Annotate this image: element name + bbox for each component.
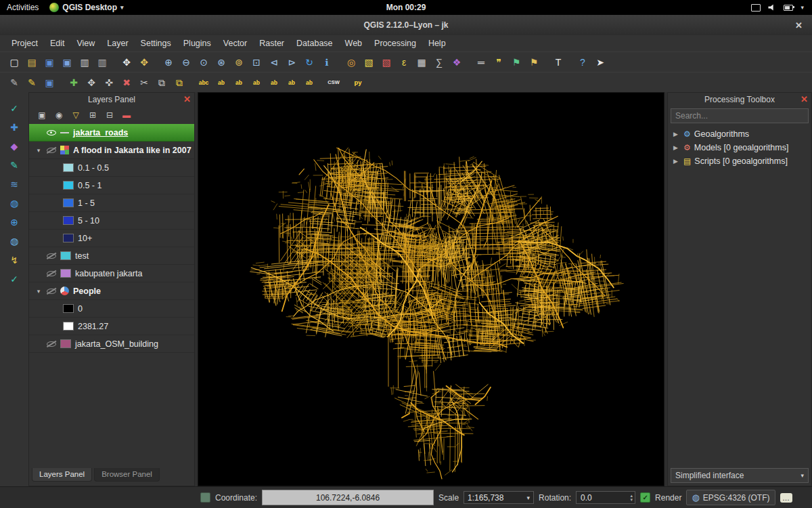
menu-layer[interactable]: Layer [101,37,134,50]
coordinate-input[interactable] [262,490,434,505]
open-attribute-table-icon[interactable]: ▦ [413,54,430,70]
new-composer-icon[interactable]: ▥ [76,54,93,70]
zoom-next-icon[interactable]: ⊳ [284,54,300,70]
label-icon[interactable]: abc [196,75,212,91]
messages-bubble-icon[interactable]: … [780,493,792,503]
cut-features-icon[interactable]: ✂ [136,75,152,91]
web-globe-icon[interactable]: ◍ [5,233,23,249]
composer-manager-icon[interactable]: ▥ [94,54,110,70]
add-group-icon[interactable]: ▣ [35,108,49,122]
collapse-all-icon[interactable]: ⊟ [103,108,116,122]
zoom-native-icon[interactable]: ⊙ [196,54,212,70]
expand-arrow-icon[interactable]: ▶ [673,131,680,137]
layer-row-test[interactable]: test [29,247,194,265]
label-show-hide-icon[interactable]: ab [301,75,317,91]
new-project-icon[interactable]: ▢ [6,54,22,70]
battery-icon[interactable] [784,5,793,11]
pan-map-icon[interactable]: ✥ [118,54,135,70]
paste-features-icon[interactable]: ⧉ [171,75,187,91]
menu-processing[interactable]: Processing [368,37,422,50]
python-console-icon[interactable]: py [350,75,366,91]
select-by-expression-icon[interactable]: ε [396,54,412,70]
spatial-query-icon[interactable]: ✚ [5,119,23,135]
remove-layer-icon[interactable]: ▬ [120,108,133,122]
toolbox-item-scripts[interactable]: ▶ ▤ Scripts [0 geoalgorithms] [668,154,811,168]
csw-search-icon[interactable]: CSW [325,75,342,91]
toggle-editing-icon[interactable]: ✎ [24,75,40,91]
node-tool-icon[interactable]: ✜ [101,75,117,91]
log-messages-icon[interactable] [200,492,210,503]
map-style-dock-icon[interactable]: ❖ [449,54,465,70]
toolbox-item-models[interactable]: ▶ ⚙ Models [0 geoalgorithms] [668,141,811,154]
toolbox-item-geoalgorithms[interactable]: ▶ ⚙ Geoalgorithms [668,127,811,141]
tab-browser-panel[interactable]: Browser Panel [94,468,160,482]
menu-raster[interactable]: Raster [253,37,290,50]
menu-edit[interactable]: Edit [44,37,71,50]
heatmap-tool-icon[interactable]: ✓ [5,100,23,116]
display-icon[interactable] [751,4,761,12]
topology-checker-icon[interactable]: ◆ [5,138,23,154]
label-pin-icon[interactable]: ab [213,75,229,91]
geometry-edit-icon[interactable]: ✎ [5,157,23,173]
interpolation-icon[interactable]: ≋ [5,176,23,192]
crs-status-button[interactable]: ◍ EPSG:4326 (OTF) [686,490,775,505]
close-panel-icon[interactable]: ✕ [800,94,808,104]
menu-vector[interactable]: Vector [217,37,253,50]
pan-to-selection-icon[interactable]: ✥ [136,54,152,70]
layer-hidden-eye-icon[interactable] [47,287,56,295]
zoom-in-icon[interactable]: ⊕ [160,54,177,70]
expand-arrow-icon[interactable]: ▶ [673,144,680,151]
filter-legend-icon[interactable]: ▽ [69,108,83,122]
map-canvas[interactable] [198,93,664,486]
activities-button[interactable]: Activities [7,3,39,12]
window-close-icon[interactable]: ✕ [795,20,803,30]
zoom-to-selection-icon[interactable]: ⊚ [231,54,247,70]
save-project-as-icon[interactable]: ▣ [59,54,75,70]
gps-tools-icon[interactable]: ↯ [5,252,23,268]
interface-mode-select[interactable]: Simplified interface ▾ [671,468,809,483]
refresh-map-icon[interactable]: ↻ [301,54,317,70]
label-properties-icon[interactable]: ab [284,75,300,91]
measure-line-icon[interactable]: ═ [473,54,489,70]
whats-this-icon[interactable]: ➤ [592,54,608,70]
menu-project[interactable]: Project [5,37,44,50]
new-bookmark-icon[interactable]: ⚑ [508,54,524,70]
help-contents-icon[interactable]: ? [574,54,591,70]
tab-layers-panel[interactable]: Layers Panel [32,468,92,482]
system-menu-chevron-icon[interactable]: ▾ [800,4,804,11]
add-feature-icon[interactable]: ✚ [66,75,82,91]
label-rotate-icon[interactable]: ab [266,75,282,91]
show-bookmarks-icon[interactable]: ⚑ [526,54,542,70]
app-menu[interactable]: QGIS Desktop ▾ [49,3,123,12]
volume-icon[interactable] [768,4,776,11]
vector-tools-icon[interactable]: ✓ [5,271,23,287]
menu-database[interactable]: Database [290,37,339,50]
menu-settings[interactable]: Settings [135,37,177,50]
toolbox-search-input[interactable] [671,108,809,123]
georeferencer-icon[interactable]: ◍ [5,195,23,211]
zoom-out-icon[interactable]: ⊖ [178,54,194,70]
layer-hidden-eye-icon[interactable] [47,251,56,260]
map-tips-icon[interactable]: ❞ [491,54,507,70]
spin-arrows-icon[interactable]: ▴▾ [631,494,635,502]
select-features-icon[interactable]: ▧ [361,54,377,70]
menu-web[interactable]: Web [339,37,368,50]
layer-row-jakarta-roads[interactable]: jakarta_roads [29,124,194,142]
delete-selected-icon[interactable]: ✖ [118,75,135,91]
zoom-last-icon[interactable]: ⊲ [266,54,282,70]
menu-plugins[interactable]: Plugins [177,37,217,50]
layer-row-jakarta-osm-building[interactable]: jakarta_OSM_building [29,335,194,353]
layer-hidden-eye-icon[interactable] [47,269,56,278]
label-move-icon[interactable]: ab [248,75,265,91]
scale-combobox[interactable]: 1:165,738 ▾ [464,491,534,504]
deselect-features-icon[interactable]: ▧ [378,54,394,70]
run-feature-action-icon[interactable]: ◎ [343,54,359,70]
expand-all-icon[interactable]: ⊞ [86,108,99,122]
collapse-arrow-icon[interactable]: ▾ [35,147,43,154]
layer-visibility-icon[interactable]: ◉ [52,108,66,122]
move-feature-icon[interactable]: ✥ [83,75,99,91]
render-checkbox[interactable]: ✓ [640,492,650,503]
layer-row-flood-group[interactable]: ▾ A flood in Jakarta like in 2007 [29,142,194,159]
close-panel-icon[interactable]: ✕ [183,94,191,104]
menu-view[interactable]: View [70,37,101,50]
